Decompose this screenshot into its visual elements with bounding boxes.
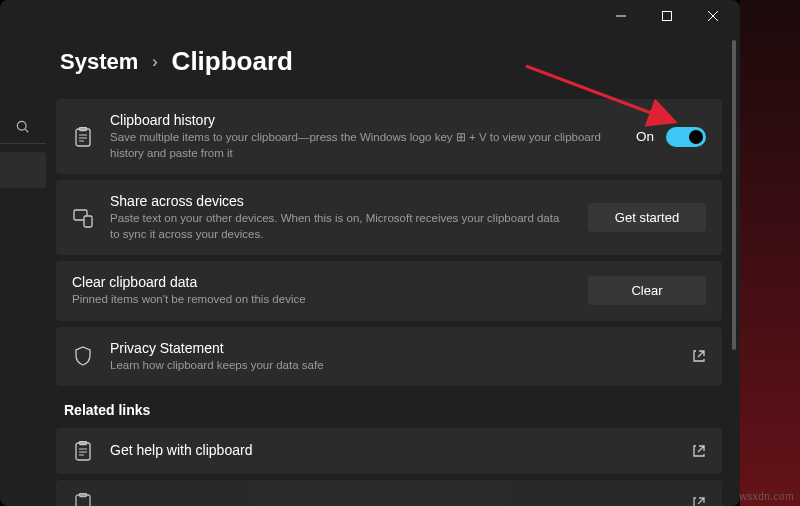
- sidebar-collapsed: [0, 110, 46, 190]
- maximize-button[interactable]: [644, 0, 690, 32]
- close-button[interactable]: [690, 0, 736, 32]
- devices-icon: [73, 208, 93, 228]
- svg-rect-1: [663, 12, 672, 21]
- setting-title: Share across devices: [110, 193, 572, 209]
- clipboard-icon: [74, 127, 92, 147]
- external-link-icon: [692, 444, 706, 458]
- toggle-state-label: On: [636, 129, 654, 144]
- minimize-button[interactable]: [598, 0, 644, 32]
- search-button[interactable]: [0, 110, 46, 144]
- scrollbar-thumb[interactable]: [732, 40, 736, 350]
- clipboard-icon: [74, 493, 92, 506]
- setting-description: Paste text on your other devices. When t…: [110, 211, 572, 242]
- shield-icon: [74, 346, 92, 366]
- setting-title: Clipboard history: [110, 112, 620, 128]
- setting-description: Learn how clipboard keeps your data safe: [110, 358, 676, 374]
- setting-card-clipboard-history: Clipboard history Save multiple items to…: [56, 99, 722, 174]
- setting-card-share-across-devices: Share across devices Paste text on your …: [56, 180, 722, 255]
- chevron-right-icon: ›: [152, 53, 157, 71]
- breadcrumb: System › Clipboard: [56, 46, 722, 77]
- setting-card-clear-clipboard: Clear clipboard data Pinned items won't …: [56, 261, 722, 321]
- settings-window: System › Clipboard Clipboard history Sav…: [0, 0, 740, 506]
- watermark: wsxdn.com: [739, 491, 794, 502]
- related-link-get-help[interactable]: Get help with clipboard: [56, 428, 722, 474]
- external-link-icon: [692, 496, 706, 506]
- clipboard-icon: [74, 441, 92, 461]
- setting-card-privacy-statement[interactable]: Privacy Statement Learn how clipboard ke…: [56, 327, 722, 387]
- window-titlebar: [0, 0, 740, 32]
- external-link-icon: [692, 349, 706, 363]
- svg-point-4: [17, 121, 26, 130]
- svg-rect-12: [84, 216, 92, 227]
- setting-description: Pinned items won't be removed on this de…: [72, 292, 572, 308]
- desktop-background-strip: [740, 0, 800, 506]
- svg-line-5: [25, 129, 28, 132]
- link-title: Get help with clipboard: [110, 442, 676, 458]
- search-icon: [16, 120, 30, 134]
- get-started-button[interactable]: Get started: [588, 203, 706, 232]
- toggle-knob: [689, 130, 703, 144]
- setting-description: Save multiple items to your clipboard—pr…: [110, 130, 620, 161]
- setting-title: Clear clipboard data: [72, 274, 572, 290]
- related-link-partial[interactable]: [56, 480, 722, 506]
- breadcrumb-parent[interactable]: System: [60, 49, 138, 75]
- clipboard-history-toggle[interactable]: [666, 127, 706, 147]
- setting-title: Privacy Statement: [110, 340, 676, 356]
- page-title: Clipboard: [172, 46, 293, 77]
- clear-button[interactable]: Clear: [588, 276, 706, 305]
- scrollbar[interactable]: [732, 40, 736, 496]
- sidebar-item-active[interactable]: [0, 152, 46, 188]
- related-links-heading: Related links: [64, 402, 722, 418]
- settings-content: System › Clipboard Clipboard history Sav…: [56, 46, 722, 506]
